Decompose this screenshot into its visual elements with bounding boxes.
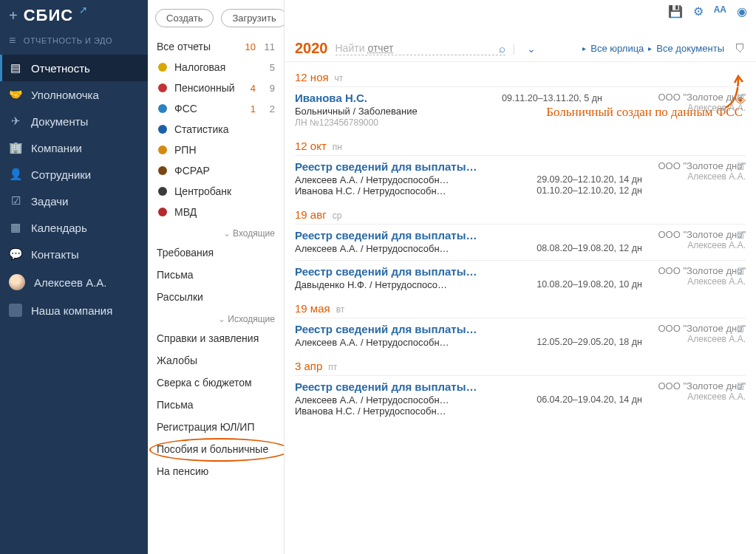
record[interactable]: Реестр сведений для выплаты…Алексеев А.А…	[295, 155, 746, 202]
record-author: Алексеев А.А.	[687, 334, 746, 344]
category-count-total: 9	[262, 83, 275, 94]
menu-icon[interactable]: ≡	[9, 34, 16, 47]
record-company: ООО "Золотое дно"	[658, 160, 746, 171]
sub-item[interactable]: Требования	[148, 242, 284, 264]
record-period: 09.11.20–13.11.20, 5 дн	[502, 92, 642, 128]
date-label: 3 апр	[295, 360, 322, 372]
date-label: 12 ноя	[295, 71, 329, 83]
category-count-new: 1	[245, 103, 256, 114]
company-icon	[9, 304, 22, 317]
create-button[interactable]: Создать	[155, 9, 214, 27]
sub-item[interactable]: Пособия и больничные	[148, 438, 284, 460]
svg-point-4	[158, 146, 167, 154]
bc-entities[interactable]: Все юрлица	[590, 43, 644, 54]
gear-icon[interactable]: ⚙	[693, 4, 704, 18]
category-all[interactable]: Все отчеты 10 11	[148, 36, 284, 57]
search-value: отчет	[367, 42, 393, 54]
category-label: МВД	[174, 206, 239, 218]
record[interactable]: Реестр сведений для выплаты…Алексеев А.А…	[295, 224, 746, 260]
dow-label: пн	[333, 142, 342, 152]
record-author: Алексеев А.А.	[687, 240, 746, 250]
svg-point-0	[158, 63, 167, 72]
record[interactable]: Иванова Н.С.Больничный / ЗаболеваниеЛН №…	[295, 86, 746, 134]
pension-icon	[157, 82, 168, 94]
record-line-name: Алексеев А.А. / Нетрудоспособн…	[295, 243, 531, 254]
companies-icon: 🏢	[9, 141, 22, 154]
sub-item[interactable]: Рассылки	[148, 286, 284, 308]
category-count-total: 5	[262, 62, 275, 73]
category-cbr[interactable]: Центробанк	[148, 181, 284, 202]
chevron-down-icon[interactable]: ⌄	[527, 43, 536, 55]
sub-item[interactable]: Жалобы	[148, 349, 284, 372]
sub-item[interactable]: Справки и заявления	[148, 327, 284, 349]
nav-item-companies[interactable]: 🏢Компании	[0, 134, 148, 161]
bell-icon[interactable]: ◉	[737, 4, 747, 18]
tax-icon	[157, 61, 168, 73]
category-pension[interactable]: Пенсионный 4 9	[148, 78, 284, 98]
sidebar: + СБИС ➚ ≡ ОТЧЕТНОСТЬ И ЭДО ▤Отчетность🤝…	[0, 0, 148, 554]
tasks-icon: ☑	[9, 194, 22, 208]
category-rpn[interactable]: РПН	[148, 140, 284, 160]
nav-item-report[interactable]: ▤Отчетность	[0, 55, 148, 81]
incoming-section[interactable]: Входящие	[148, 222, 284, 242]
record[interactable]: Реестр сведений для выплаты…Давыденко Н.…	[295, 260, 746, 296]
content: Больничный создан по данным ФСС 12 ноячт…	[285, 62, 756, 554]
our-company-item[interactable]: Наша компания	[0, 297, 148, 324]
report-icon: ▤	[9, 61, 22, 75]
category-tax[interactable]: Налоговая 5	[148, 57, 284, 78]
sub-item[interactable]: На пенсию	[148, 460, 284, 482]
nav-item-calendar[interactable]: ▦Календарь	[0, 214, 148, 241]
user-name: Алексеев А.А.	[34, 276, 107, 289]
date-label: 12 окт	[295, 140, 327, 152]
category-stat[interactable]: Статистика	[148, 119, 284, 140]
svg-point-7	[158, 208, 167, 216]
category-label: РПН	[174, 144, 239, 156]
nav-item-tasks[interactable]: ☑Задачи	[0, 188, 148, 214]
nav-label: Календарь	[31, 222, 87, 234]
record-meta: ЛН №123456789000	[295, 117, 502, 128]
upload-button[interactable]: Загрузить	[221, 9, 285, 27]
categories-panel: Создать Загрузить Все отчеты 10 11 Налог…	[148, 0, 285, 554]
sub-item[interactable]: Регистрация ЮЛ/ИП	[148, 416, 284, 438]
plane-icon: ✈	[9, 114, 22, 128]
category-fsrar[interactable]: ФСРАР	[148, 160, 284, 181]
font-size-icon[interactable]: AA	[714, 4, 726, 18]
category-mvd[interactable]: МВД	[148, 202, 284, 222]
record-line-name: Алексеев А.А. / Нетрудоспособн…	[295, 337, 531, 348]
sub-item[interactable]: Письма	[148, 264, 284, 286]
record-author: Алексеев А.А.	[687, 391, 746, 402]
nav-item-handshake[interactable]: 🤝Уполномочка	[0, 81, 148, 108]
year[interactable]: 2020	[295, 40, 328, 57]
logo-row: + СБИС ➚	[0, 0, 148, 30]
filter-icon[interactable]: ⛉	[735, 42, 746, 55]
record-author: Алексеев А.А.	[687, 276, 746, 287]
sub-item[interactable]: Письма	[148, 394, 284, 416]
category-fss[interactable]: ФСС 1 2	[148, 98, 284, 119]
app-logo: СБИС	[24, 6, 73, 25]
dow-label: вт	[336, 304, 345, 315]
outgoing-section[interactable]: Исходящие	[148, 308, 284, 327]
bc-documents[interactable]: Все документы	[656, 43, 724, 54]
record-line-name: Иванова Н.С. / Нетрудоспособн…	[295, 185, 531, 196]
nav-item-contacts[interactable]: 💬Контакты	[0, 241, 148, 267]
caret-icon: ▸	[648, 44, 652, 52]
category-count-new: 10	[245, 41, 256, 52]
record-line-dates: 06.04.20–19.04.20, 14 дн	[537, 394, 642, 406]
search-box[interactable]: Найти отчет ⌕	[336, 42, 505, 55]
record[interactable]: Реестр сведений для выплаты…Алексеев А.А…	[295, 375, 746, 423]
stat-icon	[157, 123, 168, 135]
record[interactable]: Реестр сведений для выплаты…Алексеев А.А…	[295, 318, 746, 354]
nav-item-plane[interactable]: ✈Документы	[0, 108, 148, 134]
nav-label: Уполномочка	[31, 89, 99, 101]
category-label: Статистика	[174, 123, 239, 135]
sub-item[interactable]: Сверка с бюджетом	[148, 372, 284, 394]
nav-item-people[interactable]: 👤Сотрудники	[0, 161, 148, 188]
category-count-total: 2	[262, 103, 275, 114]
section-title: ОТЧЕТНОСТЬ И ЭДО	[24, 36, 112, 45]
document-icon: 🗎	[735, 380, 746, 392]
save-icon[interactable]: 💾	[668, 4, 683, 18]
user-item[interactable]: Алексеев А.А.	[0, 267, 148, 297]
search-icon[interactable]: ⌕	[499, 42, 505, 55]
search-prefix: Найти	[336, 42, 365, 54]
plus-icon[interactable]: +	[9, 7, 18, 24]
